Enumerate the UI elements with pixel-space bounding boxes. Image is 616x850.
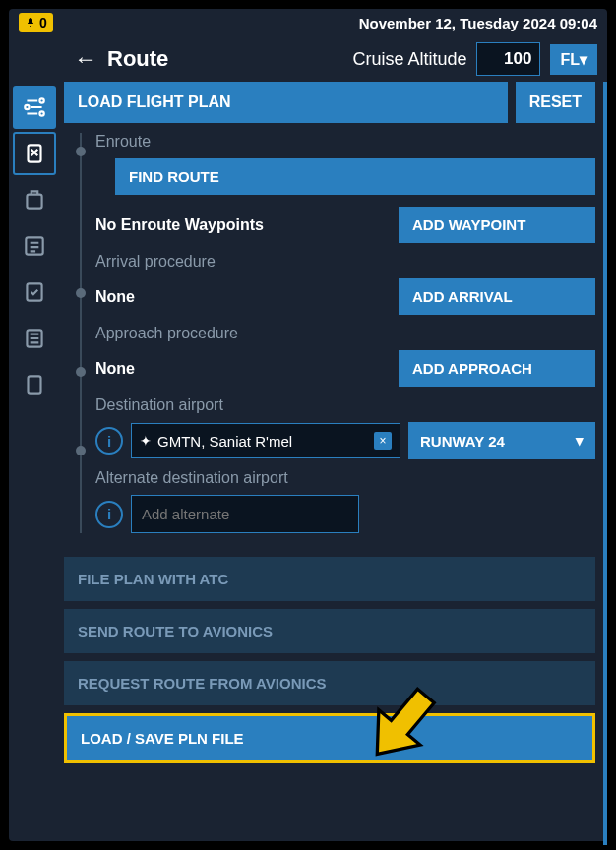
- load-save-pln-button[interactable]: LOAD / SAVE PLN FILE: [64, 713, 595, 763]
- arrival-value: None: [95, 288, 389, 306]
- svg-point-1: [25, 105, 29, 109]
- svg-rect-8: [29, 376, 41, 393]
- cruise-altitude-label: Cruise Altitude: [352, 49, 466, 70]
- alert-count: 0: [39, 15, 47, 30]
- alternate-label: Alternate destination airport: [95, 469, 595, 487]
- approach-value: None: [95, 360, 389, 378]
- svg-point-2: [39, 111, 43, 115]
- back-button[interactable]: ←: [74, 45, 97, 73]
- add-approach-button[interactable]: ADD APPROACH: [399, 350, 595, 387]
- send-route-avionics-button[interactable]: SEND ROUTE TO AVIONICS: [64, 609, 595, 653]
- runway-select[interactable]: RUNWAY 24 ▾: [408, 422, 595, 459]
- cruise-altitude-input[interactable]: [476, 42, 540, 76]
- sidebar-tab-checklist[interactable]: [13, 271, 56, 314]
- destination-airport-input[interactable]: ✦ GMTN, Saniat R'mel ×: [131, 423, 400, 458]
- altitude-unit-button[interactable]: FL▾: [550, 44, 597, 75]
- svg-point-0: [39, 98, 43, 102]
- sidebar-tab-route[interactable]: [13, 86, 56, 129]
- arrival-label: Arrival procedure: [95, 253, 595, 271]
- destination-info-icon[interactable]: i: [95, 427, 123, 455]
- datetime-label: November 12, Tuesday 2024 09:04: [359, 15, 597, 31]
- add-arrival-button[interactable]: ADD ARRIVAL: [399, 278, 595, 315]
- sidebar-tab-clipboard[interactable]: [13, 132, 56, 175]
- waypoint-icon: ✦: [140, 433, 152, 449]
- file-plan-atc-button[interactable]: FILE PLAN WITH ATC: [64, 557, 595, 601]
- alternate-airport-input[interactable]: [131, 495, 359, 533]
- sidebar-tab-blank[interactable]: [13, 363, 56, 406]
- destination-airport-value: GMTN, Saniat R'mel: [157, 433, 292, 450]
- no-waypoints-label: No Enroute Waypoints: [95, 216, 389, 234]
- request-route-avionics-button[interactable]: REQUEST ROUTE FROM AVIONICS: [64, 661, 595, 705]
- sidebar-tab-list[interactable]: [13, 224, 56, 268]
- alert-badge[interactable]: 0: [19, 13, 53, 32]
- destination-label: Destination airport: [95, 396, 595, 414]
- sidebar-tab-luggage[interactable]: [13, 178, 56, 221]
- alternate-info-icon[interactable]: i: [95, 501, 123, 528]
- enroute-label: Enroute: [95, 133, 595, 151]
- reset-button[interactable]: RESET: [516, 82, 595, 123]
- svg-rect-4: [27, 195, 41, 209]
- sidebar-tab-notes[interactable]: [13, 317, 56, 360]
- clear-destination-icon[interactable]: ×: [374, 432, 392, 450]
- approach-label: Approach procedure: [95, 325, 595, 342]
- add-waypoint-button[interactable]: ADD WAYPOINT: [399, 207, 595, 243]
- load-flight-plan-button[interactable]: LOAD FLIGHT PLAN: [64, 82, 508, 123]
- page-title: Route: [107, 46, 168, 72]
- find-route-button[interactable]: FIND ROUTE: [115, 158, 595, 195]
- chevron-down-icon: ▾: [576, 432, 584, 450]
